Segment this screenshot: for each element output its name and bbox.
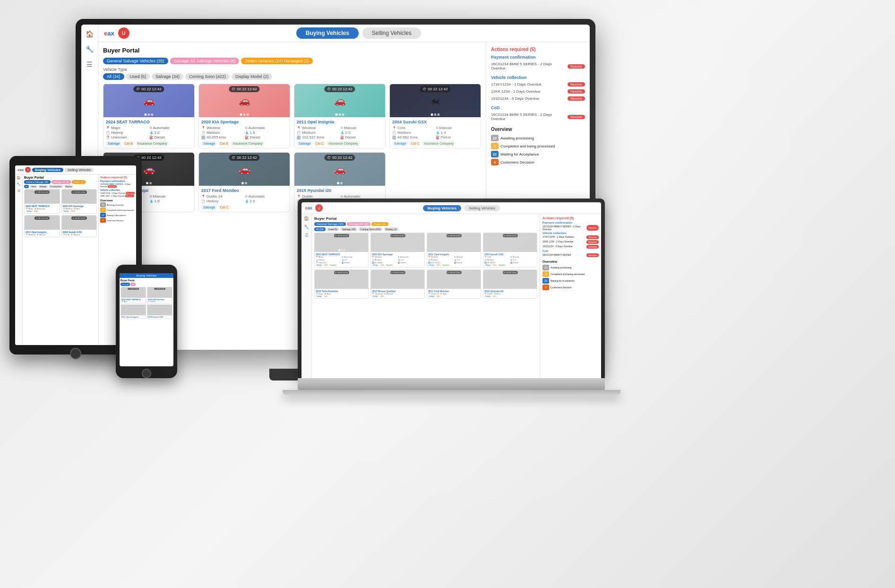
vtype-used[interactable]: Used (5) (126, 73, 150, 80)
tools-icon[interactable]: 🔧 (84, 43, 95, 55)
phone-home-button[interactable] (142, 369, 151, 378)
tablet-home-button[interactable] (70, 348, 81, 359)
vehicle-card-6[interactable]: 🚗 ⏱00 22 12:42 (198, 152, 290, 212)
laptop-vehicle-card-3[interactable]: ⏱ 00 22 12:42 2011 Opel Insignia 📍 Wickl… (427, 233, 481, 268)
tablet-sidebar-icon-home[interactable]: 🏠 (15, 174, 22, 181)
tablet-tab-stolen[interactable]: Stolen (2) (72, 180, 86, 184)
laptop-vtype-coming-soon[interactable]: Coming Soon (422) (358, 227, 382, 231)
vtype-coming-soon[interactable]: Coming Soon (422) (185, 73, 230, 80)
tablet-vtype-display[interactable]: Display (64, 185, 73, 188)
phone-device: Buying Vehicles Buyer Portal General S1 … (116, 265, 177, 378)
resolve-collection-btn-3[interactable]: Resolve (568, 96, 585, 101)
selling-vehicles-tab[interactable]: Selling Vehicles (362, 27, 421, 39)
tablet-vehicle-card-3[interactable]: ⏱ 00 22 12:42 2011 Opel Insignia 📍 Wickl… (24, 215, 60, 237)
tablet-vehicle-card-1[interactable]: ⏱ 00 22 12:42 2024 SEAT TARRACO 📍 Mayo ·… (24, 189, 60, 214)
vehicle-card-1[interactable]: 🚗 ⏱00 22 12:42 (103, 84, 195, 148)
resolve-collection-btn-2[interactable]: Resolve (568, 89, 585, 94)
vtype-all[interactable]: All (34) (103, 73, 124, 80)
laptop-buying-btn[interactable]: Buying Vehicles (423, 205, 461, 211)
tablet-sidebar-icon-tools[interactable]: 🔧 (15, 181, 22, 188)
laptop-selling-btn[interactable]: Selling Vehicles (464, 205, 500, 211)
laptop-card-tags-5: Salvage Cat C (316, 295, 367, 297)
tablet-resolve-coll-1[interactable]: Resolve (126, 192, 134, 194)
laptop-tab-s1[interactable]: Salvage S1 (6) (347, 222, 370, 226)
laptop-vehicle-card-8[interactable]: ⏱ 00 22 12:42 2015 Hyundai i20 📍 Dublin … (483, 269, 537, 299)
laptop-sidebar-home[interactable]: 🏠 (301, 214, 311, 223)
tablet-tab-general[interactable]: General Salvage (35) (24, 180, 51, 184)
tablet-vehicle-card-2[interactable]: ⏱ 00 22 12:42 2020 KIA Sportage 📍 Wicklo… (61, 189, 97, 214)
laptop-card-details-5: 📍 Kerry · ⚙ Auto (316, 293, 367, 295)
phone-portal-title: Buyer Portal (120, 279, 172, 282)
laptop-vtype-all[interactable]: All (34) (314, 227, 326, 231)
laptop-card-info-6: 2012 Nissan Qashqai 📍 Tipperary · ⚙ Manu… (371, 289, 424, 298)
laptop-vtype-used[interactable]: Used (5) (327, 227, 339, 231)
vehicle-card-2[interactable]: 🚗 ⏱00 22 12:42 (198, 84, 290, 148)
list-icon[interactable]: ☰ (84, 59, 95, 70)
tab-stolen-vehicles[interactable]: Stolen Vehicles (2+) Damaged (2) (241, 58, 312, 64)
resolve-collection-btn-1[interactable]: Resolve (568, 82, 585, 86)
tablet-sidebar-icon-list[interactable]: ☰ (15, 188, 22, 194)
tablet-tab-s1[interactable]: Salvage S1 (6) (52, 180, 71, 184)
laptop-vehicle-card-1[interactable]: ⏱ 00 22 12:42 2024 SEAT TARRACO (314, 233, 369, 268)
overview-badge-1: 22 (491, 135, 499, 141)
tablet-buying-btn[interactable]: Buying Vehicles (32, 168, 63, 172)
laptop-timer-5: ⏱ 00 22 12:42 (334, 271, 349, 274)
vtype-salvage[interactable]: Salvage (34) (152, 73, 183, 80)
tablet-vehicle-card-4[interactable]: ⏱ 00 22 12:42 2004 Suzuki GSX 📍 Cork · ⚙… (61, 215, 97, 237)
laptop-tab-stolen[interactable]: Stolen (2) (371, 222, 388, 226)
vehicle-card-4[interactable]: 🏍 ⏱00 22 12:42 (389, 84, 481, 148)
phone-tab-active[interactable]: General (120, 283, 130, 286)
laptop-badge-1: 22 (542, 265, 549, 270)
tab-general-salvage[interactable]: General Salvage Vehicles (35) (103, 58, 168, 64)
laptop-resolve-coll-3[interactable]: Resolve (586, 245, 599, 249)
laptop-vehicle-card-6[interactable]: ⏱ 00 22 12:42 2012 Nissan Qashqai 📍 Tipp… (370, 269, 425, 299)
tablet-resolve-btn[interactable]: Resolve (108, 185, 116, 188)
phone-card-4[interactable]: 2004 Suzuki GSX (147, 304, 172, 319)
resolve-payment-btn[interactable]: Resolve (568, 64, 585, 69)
home-icon[interactable]: 🏠 (84, 28, 95, 40)
phone-card-3[interactable]: 2011 Opel Insignia (120, 304, 146, 319)
laptop-vehicle-card-5[interactable]: ⏱ 00 22 12:42 2016 Tesla Roadster 📍 Kerr… (314, 269, 369, 299)
tablet-vtype-all[interactable]: All (24, 185, 29, 188)
laptop-topbar: eax U Buying Vehicles Selling Vehicles (301, 202, 601, 214)
tablet-collection-item-2: 12KK 1234 - 1 Days Overdue Resolve (100, 195, 135, 197)
laptop-avatar: U (315, 204, 323, 212)
laptop-card-details-2: 📍 Wicklow⚙ Automatic 📋 Medium💧 1.6 🔢 40,… (372, 256, 423, 264)
tablet-vtype-used[interactable]: Used (30, 185, 37, 188)
laptop-resolve-coll-1[interactable]: Resolve (586, 235, 599, 239)
user-avatar[interactable]: U (118, 27, 129, 39)
tablet-collection-item-1: 171KY1234 - 1 Days Overdue Resolve (100, 192, 135, 194)
laptop-vehicle-card-2[interactable]: ⏱ 00 22 12:42 2020 KIA Sportage 📍 Wicklo… (370, 233, 425, 268)
laptop-timer-8: ⏱ 00 22 12:42 (502, 271, 517, 274)
laptop-vtype-display[interactable]: Display (2) (384, 227, 399, 231)
laptop-sidebar-tools[interactable]: 🔧 (301, 223, 311, 231)
resolve-cod-btn[interactable]: Resolve (568, 115, 585, 119)
tablet-selling-btn[interactable]: Selling Vehicles (65, 168, 94, 172)
laptop-resolve-coll-2[interactable]: Resolve (586, 240, 599, 244)
tab-salvage-s1[interactable]: Salvage S1 Salvage Vehicles (6) (170, 58, 240, 64)
phone-tab-s1[interactable]: S1 (130, 283, 136, 286)
laptop-vehicle-card-7[interactable]: ⏱ 00 22 12:42 2017 Ford Mondeo 📍 Dublin … (427, 269, 481, 299)
tablet-vtype-coming-soon[interactable]: Coming Soon (49, 185, 63, 188)
laptop-resolve-cod[interactable]: Resolve (586, 253, 599, 257)
laptop-vtype-salvage[interactable]: Salvage (34) (340, 227, 357, 231)
tablet-card-details-2: 📍 Wicklow · ⚙ Auto (63, 208, 96, 210)
vehicle-card-3[interactable]: 🚗 ⏱00 22 12:42 (294, 84, 386, 148)
payment-confirmation-title: Payment confirmation (491, 55, 585, 60)
tablet-vtype-salvage[interactable]: Salvage (38, 185, 48, 188)
laptop-badge-3: 22 (542, 278, 549, 284)
vehicle-details-2: 📍Wicklow ⚙Automatic 📋Medium 💧1.6 🔢40,055… (201, 126, 287, 139)
tablet-resolve-coll-2[interactable]: Resolve (125, 195, 134, 197)
vehicle-tags-3: Salvage Cat C Insurance Company (297, 141, 383, 146)
vehicle-type-label: Vehicle Type (103, 67, 481, 72)
laptop-tab-general[interactable]: General Salvage (35) (314, 222, 346, 226)
tablet-badge-3: 22 (100, 213, 106, 217)
laptop-resolve-payment[interactable]: Resolve (586, 225, 599, 231)
phone-card-2[interactable]: ⏱ 00 22 12:42 2020 KIA Sportage 📍 Wicklo… (147, 287, 172, 303)
buying-vehicles-tab[interactable]: Buying Vehicles (296, 27, 359, 39)
phone-card-1[interactable]: ⏱ 00 22 12:42 2024 SEAT TARRACO 📍 Mayo (120, 287, 146, 303)
vehicle-tags-1: Salvage Cat B Insurance Company (106, 141, 192, 146)
laptop-vehicle-card-4[interactable]: ⏱ 00 22 12:42 2004 Suzuki GSX 📍 Cork⚙ Ma… (483, 233, 537, 268)
laptop-sidebar-list[interactable]: ☰ (301, 231, 311, 240)
vtype-display-model[interactable]: Display Model (2) (232, 73, 272, 80)
